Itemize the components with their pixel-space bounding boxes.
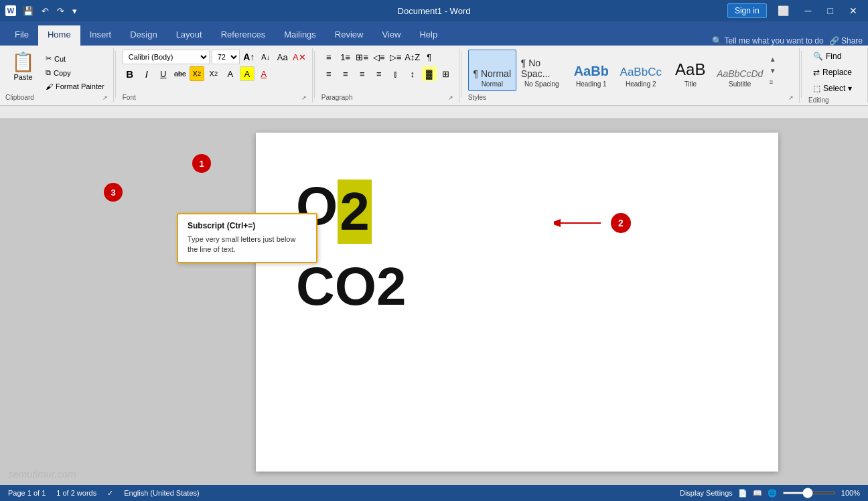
view-read-icon[interactable]: 📖 — [753, 489, 762, 498]
tab-references[interactable]: References — [212, 25, 275, 46]
word-icon: W — [5, 5, 16, 16]
tab-mailings[interactable]: Mailings — [275, 25, 326, 46]
align-right-button[interactable]: ≡ — [355, 66, 370, 81]
view-print-icon[interactable]: 📄 — [738, 489, 747, 498]
zoom-slider[interactable] — [782, 492, 836, 494]
minimize-button[interactable]: ─ — [800, 3, 817, 19]
paste-icon: 📋 — [11, 53, 35, 72]
tab-review[interactable]: Review — [326, 25, 373, 46]
style-title[interactable]: AaB Title — [666, 50, 715, 91]
tab-insert[interactable]: Insert — [80, 25, 121, 46]
share-button[interactable]: 🔗 Share — [829, 36, 863, 46]
text-effects-button[interactable]: A — [223, 66, 238, 81]
copy-icon: ⧉ — [46, 68, 51, 77]
spell-check-icon[interactable]: ✓ — [107, 489, 113, 498]
style-subtitle[interactable]: AaBbCcDd Subtitle — [716, 50, 764, 91]
tab-file[interactable]: File — [5, 25, 38, 46]
style-normal-preview: ¶ Normal — [473, 68, 511, 79]
clipboard-expand[interactable]: ↗ — [102, 94, 108, 101]
paste-button[interactable]: 📋 Paste — [5, 50, 41, 84]
font-grow-button[interactable]: A↑ — [242, 50, 257, 64]
tab-design[interactable]: Design — [121, 25, 166, 46]
align-left-button[interactable]: ≡ — [321, 66, 336, 81]
style-nospacing-preview: ¶ No Spac... — [521, 58, 563, 79]
copy-button[interactable]: ⧉ Copy — [42, 66, 108, 79]
style-normal[interactable]: ¶ Normal Normal — [468, 50, 516, 91]
change-case-button[interactable]: Aa — [275, 50, 290, 64]
document-page[interactable]: O 2 CO2 2 — [256, 133, 778, 472]
title-bar: W 💾 ↶ ↷ ▾ Document1 - Word Sign in ⬜ ─ □… — [0, 0, 868, 21]
italic-button[interactable]: I — [139, 66, 154, 81]
highlight-color-button[interactable]: A — [240, 66, 255, 81]
style-heading1[interactable]: AaBb Heading 1 — [567, 50, 616, 91]
tooltip-description: Type very small letters just below the l… — [188, 234, 307, 255]
font-color-button[interactable]: A — [257, 66, 271, 81]
styles-scroll-up[interactable]: ▲ — [767, 54, 779, 64]
annotation-3-badge: 3 — [104, 183, 123, 202]
tab-layout[interactable]: Layout — [167, 25, 212, 46]
page-info: Page 1 of 1 — [8, 489, 46, 497]
numbering-button[interactable]: 1≡ — [338, 50, 353, 64]
editing-group-label: Editing — [808, 95, 862, 104]
style-nospacing[interactable]: ¶ No Spac... No Spacing — [518, 50, 566, 91]
quick-access-toolbar: 💾 ↶ ↷ ▾ — [20, 5, 80, 17]
column-break-button[interactable]: ⫿ — [388, 66, 403, 81]
line-spacing-button[interactable]: ↕ — [405, 66, 420, 81]
tab-home[interactable]: Home — [38, 25, 80, 46]
font-shrink-button[interactable]: A↓ — [259, 50, 273, 64]
maximize-button[interactable]: □ — [822, 3, 839, 19]
tab-help[interactable]: Help — [410, 25, 447, 46]
cut-button[interactable]: ✂ Cut — [42, 52, 108, 65]
styles-expand[interactable]: ↗ — [788, 94, 794, 101]
style-normal-label: Normal — [482, 80, 503, 88]
styles-more[interactable]: ≡ — [767, 77, 779, 87]
subscript-button[interactable]: X2 — [190, 66, 204, 81]
font-expand[interactable]: ↗ — [301, 94, 307, 101]
replace-icon: ⇄ — [813, 68, 820, 77]
view-web-icon[interactable]: 🌐 — [768, 489, 777, 498]
bold-button[interactable]: B — [123, 66, 137, 81]
find-button[interactable]: 🔍 Find — [808, 50, 862, 63]
paragraph-expand[interactable]: ↗ — [448, 94, 453, 101]
increase-indent-button[interactable]: ▷≡ — [388, 50, 403, 64]
clear-format-button[interactable]: A✕ — [292, 50, 307, 64]
style-heading2[interactable]: AaBbCc Heading 2 — [617, 50, 665, 91]
redo-button[interactable]: ↷ — [54, 5, 67, 17]
styles-scroll-down[interactable]: ▼ — [767, 66, 779, 76]
undo-button[interactable]: ↶ — [39, 5, 52, 17]
tab-view[interactable]: View — [372, 25, 410, 46]
ribbon-toggle-button[interactable]: ⬜ — [772, 3, 794, 19]
left-panel — [0, 106, 166, 485]
justify-button[interactable]: ≡ — [372, 66, 386, 81]
replace-button[interactable]: ⇄ Replace — [808, 66, 862, 79]
save-button[interactable]: 💾 — [20, 5, 36, 17]
select-button[interactable]: ⬚ Select ▾ — [808, 82, 862, 95]
select-label: Select ▾ — [823, 84, 852, 93]
borders-button[interactable]: ⊞ — [439, 66, 453, 81]
paragraph-group: ≡ 1≡ ⊞≡ ◁≡ ▷≡ A↕Z ¶ ≡ ≡ ≡ ≡ ⫿ ↕ ▓ ⊞ Para… — [316, 48, 459, 102]
font-family-select[interactable]: Calibri (Body) — [123, 50, 210, 64]
annotation-2-container: 2 — [611, 213, 631, 233]
show-marks-button[interactable]: ¶ — [422, 50, 437, 64]
underline-button[interactable]: U — [156, 66, 171, 81]
superscript-button[interactable]: X2 — [206, 66, 221, 81]
display-settings[interactable]: Display Settings — [680, 489, 733, 497]
quick-access-more[interactable]: ▾ — [70, 5, 80, 17]
sign-in-button[interactable]: Sign in — [727, 3, 767, 18]
font-size-select[interactable]: 72 — [212, 50, 240, 64]
shading-button[interactable]: ▓ — [422, 66, 437, 81]
align-center-button[interactable]: ≡ — [338, 66, 353, 81]
strikethrough-button[interactable]: abc — [173, 66, 188, 81]
bullets-button[interactable]: ≡ — [321, 50, 336, 64]
multilevel-list-button[interactable]: ⊞≡ — [355, 50, 370, 64]
ruler-horizontal — [0, 106, 166, 119]
find-label: Find — [826, 52, 841, 61]
decrease-indent-button[interactable]: ◁≡ — [372, 50, 386, 64]
format-painter-button[interactable]: 🖌 Format Painter — [42, 80, 108, 92]
style-heading2-label: Heading 2 — [626, 80, 656, 88]
close-button[interactable]: ✕ — [844, 3, 863, 19]
style-nospacing-label: No Spacing — [524, 80, 559, 88]
sort-button[interactable]: A↕Z — [405, 50, 420, 64]
search-box[interactable]: 🔍 Tell me what you want to do — [712, 36, 823, 46]
clipboard-group-label: Clipboard ↗ — [5, 92, 108, 101]
